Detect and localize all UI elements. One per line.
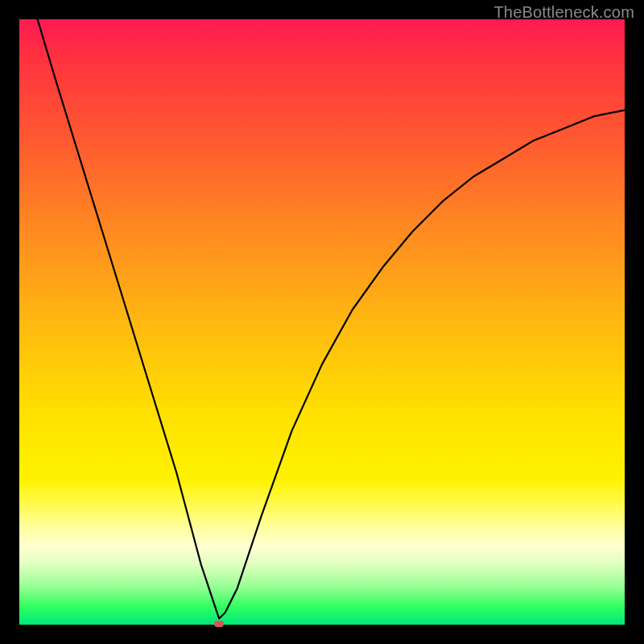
bottleneck-chart: TheBottleneck.com (0, 0, 644, 644)
bottleneck-curve-path (38, 19, 625, 619)
curve-layer (19, 19, 625, 625)
watermark-text: TheBottleneck.com (493, 3, 634, 22)
optimum-marker (214, 621, 224, 627)
